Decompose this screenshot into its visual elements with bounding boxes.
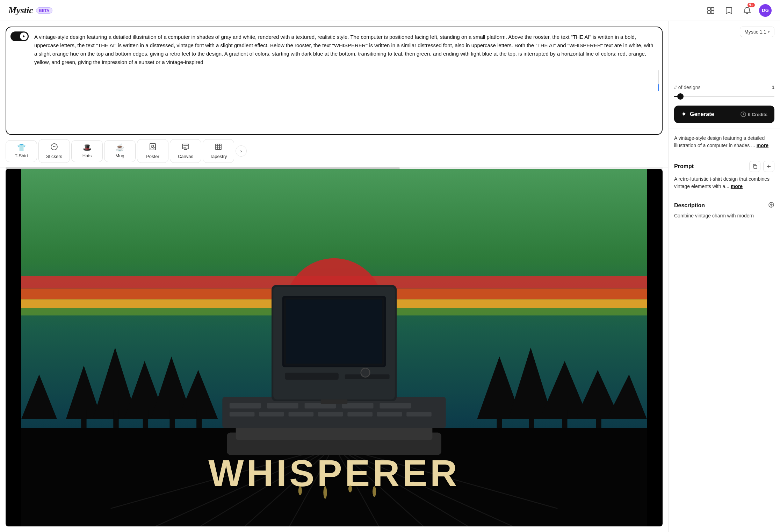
tab-canvas[interactable]: Canvas xyxy=(170,139,201,163)
tshirt-label: T-Shirt xyxy=(15,153,28,158)
prompt-section: Prompt xyxy=(669,155,780,196)
svg-rect-57 xyxy=(380,403,411,408)
prompt-section-text: A retro-futuristic t-shirt design that c… xyxy=(674,175,774,190)
svg-point-76 xyxy=(323,486,327,499)
notification-count: 9+ xyxy=(748,3,755,7)
svg-point-77 xyxy=(348,485,352,492)
designs-label: # of designs xyxy=(674,85,701,90)
tshirt-icon: 👕 xyxy=(17,144,26,151)
header-actions: 9+ DG xyxy=(705,4,772,17)
svg-point-72 xyxy=(361,368,370,377)
description-section: Description Combine vintage charm with m… xyxy=(669,196,780,225)
image-display: WHISPERER xyxy=(6,169,663,526)
prompt-section-actions xyxy=(749,161,774,172)
category-next-arrow[interactable]: › xyxy=(236,145,247,157)
sidebar-spacer xyxy=(669,40,780,82)
logo-area: Mystic BETA xyxy=(8,5,52,16)
svg-rect-37 xyxy=(562,410,567,428)
svg-rect-36 xyxy=(529,410,534,428)
svg-rect-64 xyxy=(406,412,432,417)
category-tabs: 👕 T-Shirt Stickers 🎩 Hats ☕ Mug xyxy=(0,135,668,167)
svg-rect-73 xyxy=(321,400,348,404)
stickers-label: Stickers xyxy=(46,154,62,159)
tab-tshirt[interactable]: 👕 T-Shirt xyxy=(6,140,37,162)
credits-display: 6 Credits xyxy=(741,112,767,117)
prompt-text[interactable]: A vintage-style design featuring a detai… xyxy=(34,33,656,66)
hats-icon: 🎩 xyxy=(83,144,92,151)
svg-rect-63 xyxy=(377,412,402,417)
app-header: Mystic BETA 9+ DG xyxy=(0,0,780,21)
generate-star-icon: ✦ xyxy=(681,110,686,118)
svg-rect-25 xyxy=(81,410,86,428)
poster-label: Poster xyxy=(146,154,159,159)
svg-rect-38 xyxy=(596,410,601,428)
poster-icon xyxy=(149,143,157,152)
svg-rect-53 xyxy=(230,403,261,408)
scroll-indicator xyxy=(658,70,659,91)
svg-rect-5 xyxy=(150,144,156,150)
generate-button[interactable]: ✦ Generate 6 Credits xyxy=(674,106,774,123)
prompt-area: ✦ A vintage-style design featuring a det… xyxy=(6,27,663,135)
notification-icon[interactable]: 9+ xyxy=(741,4,753,17)
svg-rect-8 xyxy=(216,144,221,150)
svg-rect-60 xyxy=(289,412,314,417)
beta-badge: BETA xyxy=(36,7,52,14)
stickers-icon xyxy=(50,143,58,152)
svg-point-78 xyxy=(373,486,376,497)
description-more-link[interactable]: more xyxy=(757,143,768,148)
tab-mug[interactable]: ☕ Mug xyxy=(104,140,136,162)
svg-rect-69 xyxy=(286,299,382,364)
svg-point-4 xyxy=(51,144,57,150)
designs-count: 1 xyxy=(772,85,774,90)
svg-rect-61 xyxy=(318,412,343,417)
mug-icon: ☕ xyxy=(116,144,124,151)
svg-rect-29 xyxy=(196,410,202,428)
prompt-toggle[interactable]: ✦ xyxy=(10,31,29,41)
scroll-thumb xyxy=(658,84,659,91)
prompt-section-header: Prompt xyxy=(674,161,774,172)
bookmark-icon[interactable] xyxy=(723,4,735,17)
main-layout: ✦ A vintage-style design featuring a det… xyxy=(0,21,780,532)
model-dropdown-arrow: ▾ xyxy=(768,30,770,34)
content-area: ✦ A vintage-style design featuring a det… xyxy=(0,21,668,532)
svg-rect-70 xyxy=(285,373,338,380)
toggle-knob: ✦ xyxy=(20,33,28,40)
user-avatar[interactable]: DG xyxy=(759,4,772,17)
model-dropdown[interactable]: Mystic 1.1 ▾ xyxy=(740,27,774,37)
svg-rect-1 xyxy=(711,7,714,10)
tab-poster[interactable]: Poster xyxy=(137,139,168,163)
model-selector: Mystic 1.1 ▾ xyxy=(669,21,780,40)
svg-rect-3 xyxy=(711,11,714,14)
canvas-icon xyxy=(182,143,189,152)
tab-tapestry[interactable]: Tapestry xyxy=(203,139,234,163)
prompt-section-title: Prompt xyxy=(674,163,694,170)
slider-thumb[interactable] xyxy=(677,93,684,100)
svg-rect-54 xyxy=(267,403,298,408)
description-section-title: Description xyxy=(674,202,705,209)
svg-rect-62 xyxy=(347,412,373,417)
model-name: Mystic 1.1 xyxy=(744,29,766,35)
svg-rect-28 xyxy=(169,410,175,428)
svg-rect-26 xyxy=(113,410,118,428)
add-prompt-button[interactable] xyxy=(763,161,774,172)
tab-hats[interactable]: 🎩 Hats xyxy=(71,140,103,162)
slider-row xyxy=(669,93,780,103)
svg-point-75 xyxy=(298,486,302,495)
description-section-icon[interactable] xyxy=(768,202,774,209)
copy-prompt-button[interactable] xyxy=(749,161,760,172)
credits-icon xyxy=(741,112,746,117)
image-inner: WHISPERER xyxy=(6,169,663,526)
prompt-more-link[interactable]: more xyxy=(731,184,743,189)
slider-track[interactable] xyxy=(674,96,774,97)
svg-rect-59 xyxy=(259,412,284,417)
sidebar-description-preview: A vintage-style design featuring a detai… xyxy=(669,129,780,155)
svg-point-6 xyxy=(152,145,154,147)
right-sidebar: Mystic 1.1 ▾ # of designs 1 ✦ Generate xyxy=(668,21,780,532)
generate-label: Generate xyxy=(690,111,714,117)
tab-stickers[interactable]: Stickers xyxy=(38,139,70,163)
tapestry-label: Tapestry xyxy=(210,154,227,159)
svg-rect-7 xyxy=(182,144,189,149)
svg-rect-35 xyxy=(497,410,502,428)
svg-text:WHISPERER: WHISPERER xyxy=(208,452,460,494)
grid-icon[interactable] xyxy=(705,4,717,17)
